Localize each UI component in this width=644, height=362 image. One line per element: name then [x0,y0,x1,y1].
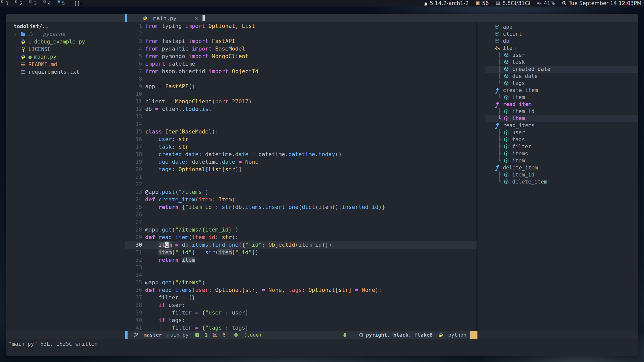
code-line-6[interactable]: 6import datetime [125,60,477,68]
workspace-tag-5[interactable]: 5 [56,0,70,7]
outline-symbol-due_date[interactable]: ├due_date [477,73,638,80]
code-line-23[interactable]: 23@app.post("/items") [125,188,477,196]
file-tree-item-requirements.txt[interactable]: requirements.txt [6,68,125,76]
code-line-8[interactable]: 8 [125,75,477,83]
code-text: import datetime [145,60,195,68]
code-line-25[interactable]: 25│ return {"item_id": str(db.items.inse… [125,203,477,211]
code-line-15[interactable]: 15class Item(BaseModel): [125,128,477,135]
code-line-2[interactable]: 2 [125,30,477,37]
outline-symbol-item[interactable]: └item [477,115,638,122]
file-tree-item-README.md[interactable]: README.md [6,61,125,68]
code-line-11[interactable]: 11client = MongoClient(port=27017) [125,98,477,105]
file-tree-item-LICENSE[interactable]: LICENSE [6,46,125,53]
variable-icon [503,59,510,65]
code-line-9[interactable]: 9app = FastAPI() [125,83,477,90]
symbol-name: item_id [512,108,535,114]
outline-symbol-create_item[interactable]: ƒcreate_item [477,87,638,94]
workspace-tag-4[interactable]: 4 [42,0,56,7]
line-number: 2 [125,30,142,37]
code-line-1[interactable]: 1from typing import Optional, List [125,22,477,30]
file-tree-item-main.py[interactable]: ●main.py [6,53,125,61]
code-line-31[interactable]: 31│ item["_id"] = str(item["_id"]) [125,249,477,256]
workspace-tag-2[interactable]: 2 [14,0,28,7]
outline-symbol-tags[interactable]: └tags [477,80,638,87]
code-line-12[interactable]: 12db = client.todolist [125,105,477,113]
code-line-10[interactable]: 10 [125,90,477,98]
outline-symbol-Item[interactable]: Item [477,44,638,52]
outline-symbol-item_id[interactable]: ├item_id [477,171,638,178]
code-line-3[interactable]: 3from fastapi import FastAPI [125,37,477,45]
code-line-4[interactable]: 4from pydantic import BaseModel [125,45,477,53]
file-tree-item-debug_example.py[interactable]: Udebug_example.py [6,38,125,46]
function-icon: ƒ [494,101,500,108]
outline-symbol-app[interactable]: app [477,23,638,30]
outline-symbol-delete_item[interactable]: └delete_item [477,178,638,185]
code-line-41[interactable]: 41│ │ filter = {"tags": tags} [125,324,477,331]
workspace-tag-3[interactable]: 3 [28,0,42,7]
code-line-7[interactable]: 7from bson.objectid import ObjectId [125,68,477,75]
outline-symbol-item[interactable]: └item [477,157,638,164]
expander-chevron-icon: > [14,32,20,37]
line-number: 40 [125,316,142,324]
code-line-18[interactable]: 18│ created_date: datetime.date = dateti… [125,151,477,158]
code-line-29[interactable]: 29def read_item(item_id: str): [125,234,477,241]
line-number: 1 [125,22,142,30]
tree-root-folder[interactable]: todolist/.. [6,22,125,30]
code-line-26[interactable]: 26 [125,211,477,218]
outline-symbol-client[interactable]: client [477,30,638,37]
code-line-13[interactable]: 13 [125,113,477,120]
lsp-segment: ⚙ pyright, black, flake8 [359,332,433,338]
symbol-name: item [512,115,525,121]
code-line-21[interactable]: 21 [125,173,477,181]
code-line-36[interactable]: 36def read_items(user: Optional[str] = N… [125,286,477,294]
symbol-name: filter [512,144,531,150]
tree-connector: └ [493,158,501,164]
tag-occupancy-square [58,1,60,3]
outline-symbol-items[interactable]: ├items [477,150,638,157]
outline-symbol-db[interactable]: db [477,37,638,44]
code-line-37[interactable]: 37│ filter = {} [125,294,477,301]
outline-symbol-read_item[interactable]: ƒread_item [477,101,638,108]
outline-symbol-task[interactable]: ├task [477,59,638,66]
line-number: 15 [125,128,142,135]
code-line-22[interactable]: 22 [125,181,477,188]
workspace-tag-1[interactable]: 1 [0,0,14,7]
tree-connector: └ [493,80,501,86]
code-line-38[interactable]: 38│ if user: [125,301,477,309]
outline-symbol-user[interactable]: ├user [477,52,638,59]
code-line-27[interactable]: 27 [125,218,477,226]
code-line-30[interactable]: 30│ item = db.items.find_one({"_id": Obj… [125,241,477,249]
outline-symbol-created_date[interactable]: ├created_date [477,66,638,73]
layout-symbol[interactable]: []= [74,0,83,6]
function-icon: ƒ [494,164,500,171]
tab-main-py[interactable]: main.py × [142,14,198,22]
outline-symbol-item[interactable]: └item [477,94,638,101]
code-line-28[interactable]: 28@app.get("/items/{item_id}") [125,226,477,234]
code-line-35[interactable]: 35@app.get("/items") [125,279,477,286]
git-branch-segment: master [133,332,162,338]
outline-symbol-tags[interactable]: ├tags [477,136,638,143]
key-icon [20,47,26,52]
code-line-40[interactable]: 40│ if tags: [125,316,477,324]
code-line-14[interactable]: 14 [125,120,477,128]
code-line-39[interactable]: 39│ │ filter = {"user": user} [125,309,477,316]
outline-symbol-filter[interactable]: ├filter [477,143,638,150]
code-line-5[interactable]: 5from pymongo import MongoClient [125,53,477,60]
code-line-20[interactable]: 20│ tags: Optional[List[str]] [125,166,477,173]
code-text: def create_item(item: Item): [145,196,238,203]
code-line-17[interactable]: 17│ task: str [125,143,477,151]
variable-icon [494,38,500,44]
outline-symbol-user[interactable]: ├user [477,129,638,136]
file-tree-item-__pycache__[interactable]: >__pycache__ [6,30,125,38]
outline-symbol-delete_item[interactable]: ƒdelete_item [477,164,638,171]
code-line-16[interactable]: 16│ user: str [125,135,477,143]
outline-symbol-item_id[interactable]: ├item_id [477,108,638,115]
code-line-32[interactable]: 32│ return item [125,256,477,264]
code-editor[interactable]: 1from typing import Optional, List23from… [125,22,477,331]
code-line-24[interactable]: 24def create_item(item: Item): [125,196,477,203]
close-icon[interactable]: × [195,15,198,22]
code-line-33[interactable]: 33 [125,264,477,271]
code-line-19[interactable]: 19│ due_date: datetime.date = None [125,158,477,166]
code-line-34[interactable]: 34 [125,271,477,279]
outline-symbol-read_items[interactable]: ƒread_items [477,122,638,129]
